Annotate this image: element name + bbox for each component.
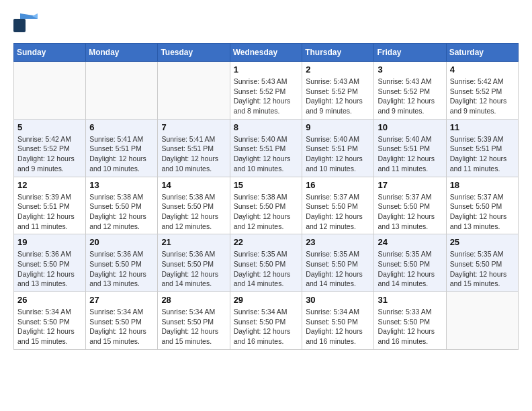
calendar-cell: 7Sunrise: 5:41 AM Sunset: 5:51 PM Daylig… <box>158 119 230 177</box>
calendar-header: SundayMondayTuesdayWednesdayThursdayFrid… <box>14 44 519 62</box>
calendar-cell: 11Sunrise: 5:39 AM Sunset: 5:51 PM Dayli… <box>446 119 518 177</box>
calendar-cell: 4Sunrise: 5:42 AM Sunset: 5:52 PM Daylig… <box>446 62 518 120</box>
day-info: Sunrise: 5:41 AM Sunset: 5:51 PM Dayligh… <box>161 134 226 174</box>
calendar-cell: 15Sunrise: 5:38 AM Sunset: 5:50 PM Dayli… <box>230 177 302 234</box>
day-info: Sunrise: 5:39 AM Sunset: 5:51 PM Dayligh… <box>450 134 515 174</box>
calendar-cell: 13Sunrise: 5:38 AM Sunset: 5:50 PM Dayli… <box>86 177 158 234</box>
day-number: 26 <box>17 295 82 305</box>
day-number: 7 <box>161 122 226 132</box>
day-info: Sunrise: 5:38 AM Sunset: 5:50 PM Dayligh… <box>234 192 299 232</box>
calendar-cell: 29Sunrise: 5:34 AM Sunset: 5:50 PM Dayli… <box>230 292 302 350</box>
week-row-0: 1Sunrise: 5:43 AM Sunset: 5:52 PM Daylig… <box>14 62 519 120</box>
weekday-header-row: SundayMondayTuesdayWednesdayThursdayFrid… <box>14 44 519 62</box>
svg-rect-0 <box>13 19 26 32</box>
day-info: Sunrise: 5:39 AM Sunset: 5:51 PM Dayligh… <box>17 192 82 232</box>
day-info: Sunrise: 5:36 AM Sunset: 5:50 PM Dayligh… <box>89 249 154 289</box>
day-number: 12 <box>17 180 82 190</box>
calendar-cell: 12Sunrise: 5:39 AM Sunset: 5:51 PM Dayli… <box>14 177 86 234</box>
calendar-cell: 30Sunrise: 5:34 AM Sunset: 5:50 PM Dayli… <box>302 292 374 350</box>
calendar-cell: 9Sunrise: 5:40 AM Sunset: 5:51 PM Daylig… <box>302 119 374 177</box>
calendar-cell: 17Sunrise: 5:37 AM Sunset: 5:50 PM Dayli… <box>374 177 446 234</box>
calendar-cell: 25Sunrise: 5:35 AM Sunset: 5:50 PM Dayli… <box>446 234 518 292</box>
day-info: Sunrise: 5:34 AM Sunset: 5:50 PM Dayligh… <box>234 307 299 347</box>
logo <box>13 13 40 32</box>
calendar-cell: 8Sunrise: 5:40 AM Sunset: 5:51 PM Daylig… <box>230 119 302 177</box>
calendar-body: 1Sunrise: 5:43 AM Sunset: 5:52 PM Daylig… <box>14 62 519 350</box>
day-number: 4 <box>450 64 515 75</box>
day-number: 25 <box>450 237 515 247</box>
day-number: 28 <box>161 295 226 305</box>
page-header <box>13 13 519 32</box>
calendar-cell: 3Sunrise: 5:43 AM Sunset: 5:52 PM Daylig… <box>374 62 446 120</box>
day-number: 27 <box>89 295 154 305</box>
weekday-tuesday: Tuesday <box>158 44 230 62</box>
day-number: 24 <box>378 237 442 247</box>
calendar-cell: 2Sunrise: 5:43 AM Sunset: 5:52 PM Daylig… <box>302 62 374 120</box>
day-info: Sunrise: 5:37 AM Sunset: 5:50 PM Dayligh… <box>306 192 370 232</box>
calendar-cell <box>158 62 230 120</box>
day-number: 29 <box>234 295 299 305</box>
calendar-cell: 22Sunrise: 5:35 AM Sunset: 5:50 PM Dayli… <box>230 234 302 292</box>
week-row-2: 12Sunrise: 5:39 AM Sunset: 5:51 PM Dayli… <box>14 177 519 234</box>
day-info: Sunrise: 5:43 AM Sunset: 5:52 PM Dayligh… <box>234 77 299 116</box>
day-info: Sunrise: 5:38 AM Sunset: 5:50 PM Dayligh… <box>161 192 226 232</box>
day-number: 5 <box>17 122 82 132</box>
weekday-saturday: Saturday <box>446 44 518 62</box>
day-info: Sunrise: 5:40 AM Sunset: 5:51 PM Dayligh… <box>234 134 299 174</box>
day-number: 18 <box>450 180 515 190</box>
day-info: Sunrise: 5:38 AM Sunset: 5:50 PM Dayligh… <box>89 192 154 232</box>
day-info: Sunrise: 5:34 AM Sunset: 5:50 PM Dayligh… <box>161 307 226 347</box>
calendar-cell: 14Sunrise: 5:38 AM Sunset: 5:50 PM Dayli… <box>158 177 230 234</box>
day-info: Sunrise: 5:41 AM Sunset: 5:51 PM Dayligh… <box>89 134 154 174</box>
logo-icon <box>13 13 38 32</box>
day-number: 31 <box>378 295 442 305</box>
day-info: Sunrise: 5:43 AM Sunset: 5:52 PM Dayligh… <box>306 77 370 116</box>
day-info: Sunrise: 5:40 AM Sunset: 5:51 PM Dayligh… <box>306 134 370 174</box>
day-info: Sunrise: 5:35 AM Sunset: 5:50 PM Dayligh… <box>234 249 299 289</box>
calendar-cell: 5Sunrise: 5:42 AM Sunset: 5:52 PM Daylig… <box>14 119 86 177</box>
day-number: 23 <box>306 237 370 247</box>
day-number: 30 <box>306 295 370 305</box>
day-number: 13 <box>89 180 154 190</box>
day-info: Sunrise: 5:34 AM Sunset: 5:50 PM Dayligh… <box>89 307 154 347</box>
day-info: Sunrise: 5:43 AM Sunset: 5:52 PM Dayligh… <box>378 77 442 116</box>
day-number: 22 <box>234 237 299 247</box>
day-number: 2 <box>306 64 370 75</box>
calendar-cell: 16Sunrise: 5:37 AM Sunset: 5:50 PM Dayli… <box>302 177 374 234</box>
day-number: 14 <box>161 180 226 190</box>
calendar-cell: 27Sunrise: 5:34 AM Sunset: 5:50 PM Dayli… <box>86 292 158 350</box>
day-info: Sunrise: 5:34 AM Sunset: 5:50 PM Dayligh… <box>306 307 370 347</box>
calendar-cell: 28Sunrise: 5:34 AM Sunset: 5:50 PM Dayli… <box>158 292 230 350</box>
calendar-cell <box>14 62 86 120</box>
day-info: Sunrise: 5:42 AM Sunset: 5:52 PM Dayligh… <box>450 77 515 116</box>
calendar-cell: 19Sunrise: 5:36 AM Sunset: 5:50 PM Dayli… <box>14 234 86 292</box>
weekday-thursday: Thursday <box>302 44 374 62</box>
day-info: Sunrise: 5:33 AM Sunset: 5:50 PM Dayligh… <box>378 307 442 347</box>
calendar-cell: 18Sunrise: 5:37 AM Sunset: 5:50 PM Dayli… <box>446 177 518 234</box>
day-number: 16 <box>306 180 370 190</box>
day-number: 10 <box>378 122 442 132</box>
day-info: Sunrise: 5:37 AM Sunset: 5:50 PM Dayligh… <box>450 192 515 232</box>
day-info: Sunrise: 5:35 AM Sunset: 5:50 PM Dayligh… <box>306 249 370 289</box>
week-row-3: 19Sunrise: 5:36 AM Sunset: 5:50 PM Dayli… <box>14 234 519 292</box>
weekday-wednesday: Wednesday <box>230 44 302 62</box>
calendar-cell <box>86 62 158 120</box>
weekday-monday: Monday <box>86 44 158 62</box>
calendar-cell: 31Sunrise: 5:33 AM Sunset: 5:50 PM Dayli… <box>374 292 446 350</box>
day-info: Sunrise: 5:35 AM Sunset: 5:50 PM Dayligh… <box>378 249 442 289</box>
day-number: 21 <box>161 237 226 247</box>
calendar-cell: 21Sunrise: 5:36 AM Sunset: 5:50 PM Dayli… <box>158 234 230 292</box>
calendar-cell <box>446 292 518 350</box>
calendar-table: SundayMondayTuesdayWednesdayThursdayFrid… <box>13 43 519 350</box>
day-number: 9 <box>306 122 370 132</box>
day-number: 1 <box>234 64 299 75</box>
week-row-4: 26Sunrise: 5:34 AM Sunset: 5:50 PM Dayli… <box>14 292 519 350</box>
calendar-cell: 1Sunrise: 5:43 AM Sunset: 5:52 PM Daylig… <box>230 62 302 120</box>
day-info: Sunrise: 5:42 AM Sunset: 5:52 PM Dayligh… <box>17 134 82 174</box>
day-info: Sunrise: 5:40 AM Sunset: 5:51 PM Dayligh… <box>378 134 442 174</box>
calendar-cell: 26Sunrise: 5:34 AM Sunset: 5:50 PM Dayli… <box>14 292 86 350</box>
day-info: Sunrise: 5:36 AM Sunset: 5:50 PM Dayligh… <box>161 249 226 289</box>
day-info: Sunrise: 5:36 AM Sunset: 5:50 PM Dayligh… <box>17 249 82 289</box>
day-number: 15 <box>234 180 299 190</box>
weekday-friday: Friday <box>374 44 446 62</box>
